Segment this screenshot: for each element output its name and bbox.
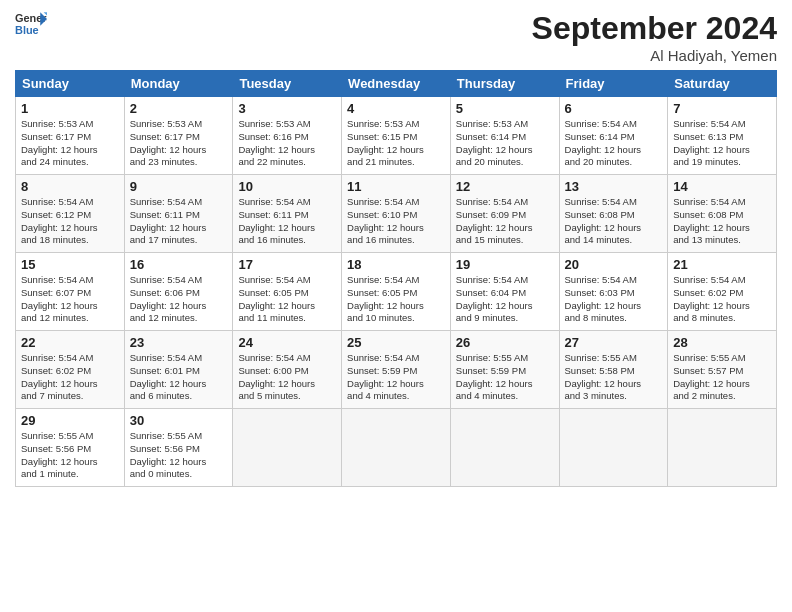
calendar-cell: 8Sunrise: 5:54 AM Sunset: 6:12 PM Daylig… [16,175,125,253]
calendar-weekday-friday: Friday [559,71,668,97]
cell-sun-info: Sunrise: 5:55 AM Sunset: 5:56 PM Dayligh… [130,430,228,481]
cell-sun-info: Sunrise: 5:54 AM Sunset: 6:11 PM Dayligh… [130,196,228,247]
calendar-cell [342,409,451,487]
cell-sun-info: Sunrise: 5:54 AM Sunset: 6:12 PM Dayligh… [21,196,119,247]
cell-sun-info: Sunrise: 5:54 AM Sunset: 6:09 PM Dayligh… [456,196,554,247]
cell-sun-info: Sunrise: 5:54 AM Sunset: 6:10 PM Dayligh… [347,196,445,247]
calendar-cell [668,409,777,487]
month-title-block: September 2024 Al Hadiyah, Yemen [532,10,777,64]
day-number: 18 [347,257,445,272]
calendar-weekday-tuesday: Tuesday [233,71,342,97]
day-number: 3 [238,101,336,116]
calendar-cell: 26Sunrise: 5:55 AM Sunset: 5:59 PM Dayli… [450,331,559,409]
cell-sun-info: Sunrise: 5:54 AM Sunset: 6:03 PM Dayligh… [565,274,663,325]
calendar-week-row-2: 8Sunrise: 5:54 AM Sunset: 6:12 PM Daylig… [16,175,777,253]
day-number: 12 [456,179,554,194]
cell-sun-info: Sunrise: 5:54 AM Sunset: 6:05 PM Dayligh… [347,274,445,325]
calendar-cell: 27Sunrise: 5:55 AM Sunset: 5:58 PM Dayli… [559,331,668,409]
calendar-cell: 6Sunrise: 5:54 AM Sunset: 6:14 PM Daylig… [559,97,668,175]
calendar-week-row-4: 22Sunrise: 5:54 AM Sunset: 6:02 PM Dayli… [16,331,777,409]
calendar-cell: 5Sunrise: 5:53 AM Sunset: 6:14 PM Daylig… [450,97,559,175]
day-number: 17 [238,257,336,272]
calendar-week-row-1: 1Sunrise: 5:53 AM Sunset: 6:17 PM Daylig… [16,97,777,175]
cell-sun-info: Sunrise: 5:54 AM Sunset: 6:01 PM Dayligh… [130,352,228,403]
cell-sun-info: Sunrise: 5:54 AM Sunset: 6:02 PM Dayligh… [673,274,771,325]
calendar-cell: 24Sunrise: 5:54 AM Sunset: 6:00 PM Dayli… [233,331,342,409]
cell-sun-info: Sunrise: 5:54 AM Sunset: 6:08 PM Dayligh… [673,196,771,247]
day-number: 7 [673,101,771,116]
calendar-cell: 23Sunrise: 5:54 AM Sunset: 6:01 PM Dayli… [124,331,233,409]
calendar-cell: 1Sunrise: 5:53 AM Sunset: 6:17 PM Daylig… [16,97,125,175]
cell-sun-info: Sunrise: 5:54 AM Sunset: 6:11 PM Dayligh… [238,196,336,247]
cell-sun-info: Sunrise: 5:53 AM Sunset: 6:16 PM Dayligh… [238,118,336,169]
cell-sun-info: Sunrise: 5:55 AM Sunset: 5:58 PM Dayligh… [565,352,663,403]
calendar-cell: 18Sunrise: 5:54 AM Sunset: 6:05 PM Dayli… [342,253,451,331]
calendar-cell: 13Sunrise: 5:54 AM Sunset: 6:08 PM Dayli… [559,175,668,253]
day-number: 24 [238,335,336,350]
cell-sun-info: Sunrise: 5:54 AM Sunset: 5:59 PM Dayligh… [347,352,445,403]
calendar-cell: 28Sunrise: 5:55 AM Sunset: 5:57 PM Dayli… [668,331,777,409]
calendar-cell [559,409,668,487]
calendar-cell: 20Sunrise: 5:54 AM Sunset: 6:03 PM Dayli… [559,253,668,331]
generalblue-logo-icon: General Blue [15,10,47,38]
day-number: 22 [21,335,119,350]
day-number: 15 [21,257,119,272]
calendar-weekday-sunday: Sunday [16,71,125,97]
cell-sun-info: Sunrise: 5:55 AM Sunset: 5:56 PM Dayligh… [21,430,119,481]
cell-sun-info: Sunrise: 5:54 AM Sunset: 6:08 PM Dayligh… [565,196,663,247]
calendar-cell: 3Sunrise: 5:53 AM Sunset: 6:16 PM Daylig… [233,97,342,175]
cell-sun-info: Sunrise: 5:54 AM Sunset: 6:04 PM Dayligh… [456,274,554,325]
calendar-cell: 7Sunrise: 5:54 AM Sunset: 6:13 PM Daylig… [668,97,777,175]
calendar-cell: 30Sunrise: 5:55 AM Sunset: 5:56 PM Dayli… [124,409,233,487]
calendar-cell: 10Sunrise: 5:54 AM Sunset: 6:11 PM Dayli… [233,175,342,253]
calendar-cell: 12Sunrise: 5:54 AM Sunset: 6:09 PM Dayli… [450,175,559,253]
cell-sun-info: Sunrise: 5:54 AM Sunset: 6:02 PM Dayligh… [21,352,119,403]
day-number: 13 [565,179,663,194]
cell-sun-info: Sunrise: 5:55 AM Sunset: 5:59 PM Dayligh… [456,352,554,403]
header: General Blue September 2024 Al Hadiyah, … [15,10,777,64]
svg-text:Blue: Blue [15,24,39,36]
calendar-cell: 21Sunrise: 5:54 AM Sunset: 6:02 PM Dayli… [668,253,777,331]
calendar-cell: 4Sunrise: 5:53 AM Sunset: 6:15 PM Daylig… [342,97,451,175]
day-number: 5 [456,101,554,116]
day-number: 14 [673,179,771,194]
day-number: 4 [347,101,445,116]
calendar-weekday-saturday: Saturday [668,71,777,97]
day-number: 1 [21,101,119,116]
day-number: 28 [673,335,771,350]
month-title: September 2024 [532,10,777,47]
day-number: 11 [347,179,445,194]
calendar-cell: 25Sunrise: 5:54 AM Sunset: 5:59 PM Dayli… [342,331,451,409]
cell-sun-info: Sunrise: 5:54 AM Sunset: 6:07 PM Dayligh… [21,274,119,325]
cell-sun-info: Sunrise: 5:54 AM Sunset: 6:06 PM Dayligh… [130,274,228,325]
calendar-weekday-wednesday: Wednesday [342,71,451,97]
calendar-cell [450,409,559,487]
calendar-cell: 15Sunrise: 5:54 AM Sunset: 6:07 PM Dayli… [16,253,125,331]
day-number: 9 [130,179,228,194]
logo: General Blue [15,10,47,38]
day-number: 10 [238,179,336,194]
day-number: 6 [565,101,663,116]
cell-sun-info: Sunrise: 5:54 AM Sunset: 6:14 PM Dayligh… [565,118,663,169]
day-number: 27 [565,335,663,350]
calendar-cell: 17Sunrise: 5:54 AM Sunset: 6:05 PM Dayli… [233,253,342,331]
cell-sun-info: Sunrise: 5:53 AM Sunset: 6:14 PM Dayligh… [456,118,554,169]
calendar-cell: 2Sunrise: 5:53 AM Sunset: 6:17 PM Daylig… [124,97,233,175]
day-number: 29 [21,413,119,428]
calendar-header-row: SundayMondayTuesdayWednesdayThursdayFrid… [16,71,777,97]
calendar-table: SundayMondayTuesdayWednesdayThursdayFrid… [15,70,777,487]
day-number: 20 [565,257,663,272]
calendar-cell [233,409,342,487]
day-number: 26 [456,335,554,350]
day-number: 23 [130,335,228,350]
cell-sun-info: Sunrise: 5:54 AM Sunset: 6:00 PM Dayligh… [238,352,336,403]
location-title: Al Hadiyah, Yemen [532,47,777,64]
day-number: 16 [130,257,228,272]
day-number: 2 [130,101,228,116]
calendar-cell: 29Sunrise: 5:55 AM Sunset: 5:56 PM Dayli… [16,409,125,487]
cell-sun-info: Sunrise: 5:54 AM Sunset: 6:13 PM Dayligh… [673,118,771,169]
calendar-cell: 9Sunrise: 5:54 AM Sunset: 6:11 PM Daylig… [124,175,233,253]
cell-sun-info: Sunrise: 5:53 AM Sunset: 6:17 PM Dayligh… [130,118,228,169]
calendar-weekday-monday: Monday [124,71,233,97]
calendar-cell: 11Sunrise: 5:54 AM Sunset: 6:10 PM Dayli… [342,175,451,253]
